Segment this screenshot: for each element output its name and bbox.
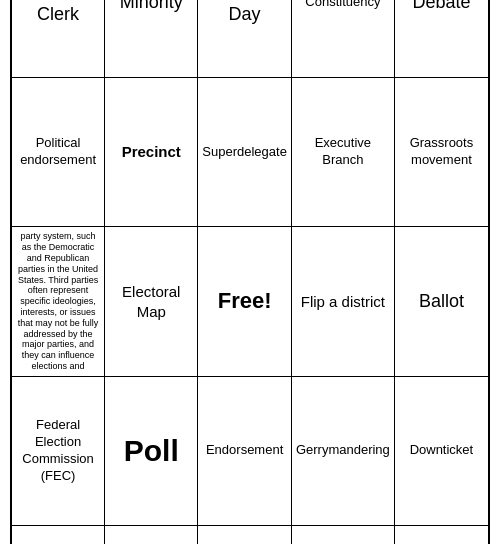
bingo-cell-5: Political endorsement bbox=[12, 78, 105, 227]
bingo-cell-21: Candidate bbox=[105, 526, 198, 544]
bingo-grid: Election ClerkMinorityElection DayConsti… bbox=[12, 0, 488, 544]
bingo-card: BINGO Election ClerkMinorityElection Day… bbox=[10, 0, 490, 544]
bingo-cell-23: Majority bbox=[292, 526, 395, 544]
bingo-cell-17: Endorsement bbox=[198, 377, 292, 526]
bingo-cell-2: Election Day bbox=[198, 0, 292, 78]
bingo-cell-11: Electoral Map bbox=[105, 227, 198, 376]
bingo-cell-6: Precinct bbox=[105, 78, 198, 227]
bingo-cell-22: Super PAC bbox=[198, 526, 292, 544]
bingo-cell-12: Free! bbox=[198, 227, 292, 376]
bingo-cell-18: Gerrymandering bbox=[292, 377, 395, 526]
bingo-cell-10: party system, such as the Democratic and… bbox=[12, 227, 105, 376]
bingo-cell-24: Poll watcher bbox=[395, 526, 488, 544]
bingo-cell-1: Minority bbox=[105, 0, 198, 78]
bingo-cell-8: Executive Branch bbox=[292, 78, 395, 227]
bingo-cell-19: Downticket bbox=[395, 377, 488, 526]
bingo-cell-15: Federal Election Commission (FEC) bbox=[12, 377, 105, 526]
bingo-cell-9: Grassroots movement bbox=[395, 78, 488, 227]
bingo-cell-3: Constituency bbox=[292, 0, 395, 78]
bingo-cell-16: Poll bbox=[105, 377, 198, 526]
bingo-cell-0: Election Clerk bbox=[12, 0, 105, 78]
bingo-cell-20: Primary bbox=[12, 526, 105, 544]
bingo-cell-7: Superdelegate bbox=[198, 78, 292, 227]
bingo-cell-4: Debate bbox=[395, 0, 488, 78]
bingo-cell-14: Ballot bbox=[395, 227, 488, 376]
bingo-cell-13: Flip a district bbox=[292, 227, 395, 376]
